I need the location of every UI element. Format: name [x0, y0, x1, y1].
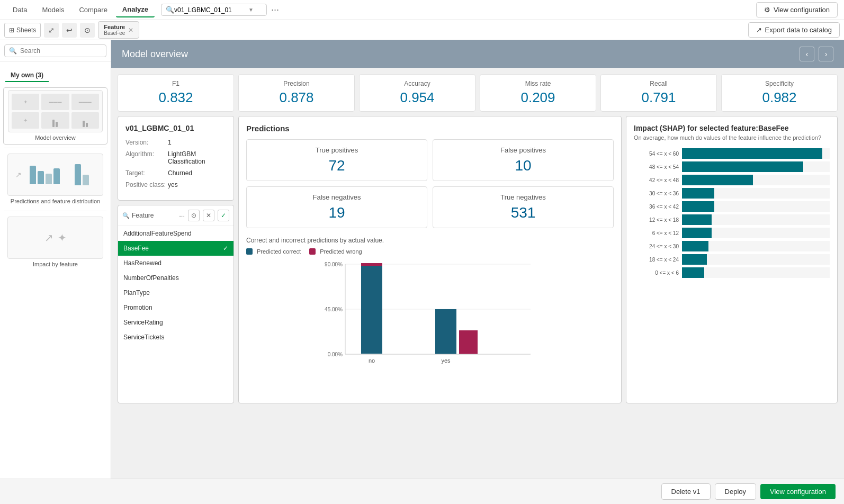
- shap-bar: [682, 161, 803, 172]
- stat-label: Specificity: [728, 80, 831, 87]
- more-options-icon[interactable]: ···: [271, 4, 279, 15]
- close-feature-btn[interactable]: ✕: [203, 210, 214, 221]
- sidebar-thumb-predictions: ↗: [7, 154, 103, 196]
- chart-subtitle: Correct and incorrect predictions by act…: [246, 237, 614, 244]
- sheets-button[interactable]: ⊞ Sheets: [4, 23, 41, 38]
- predictions-grid: True positives 72 False positives 10 Fal…: [246, 139, 614, 228]
- feature-selector-header: 🔍 Feature ··· ⊙ ✕ ✓: [118, 205, 234, 226]
- model-overview-title: Model overview: [122, 49, 188, 60]
- shap-bar: [682, 148, 822, 159]
- model-header: Model overview ‹ ›: [111, 40, 844, 68]
- next-arrow[interactable]: ›: [819, 47, 833, 61]
- model-info-key: Algorithm:: [125, 150, 168, 165]
- pred-value-tp: 72: [255, 157, 418, 174]
- model-info-card: v01_LGBMC_01_01 Version: 1 Algorithm: Li…: [118, 116, 234, 201]
- stat-label: Miss rate: [487, 80, 589, 87]
- shap-bar-container: [682, 214, 830, 225]
- sidebar: 🔍 My own (3) ✦ ▬▬▬ ▬▬▬ ✦: [0, 40, 111, 479]
- feature-item-plantype[interactable]: PlanType: [118, 285, 234, 300]
- more-options-text[interactable]: ···: [179, 212, 185, 220]
- nav-data[interactable]: Data: [6, 3, 33, 17]
- feature-list: AdditionalFeatureSpend BaseFee ✓ HasRene…: [118, 226, 234, 345]
- nav-analyze[interactable]: Analyze: [116, 2, 155, 17]
- shap-row: 18 <= x < 24: [634, 254, 830, 265]
- stat-precision: Precision 0.878: [238, 74, 355, 112]
- predictions-title: Predictions: [246, 124, 614, 133]
- view-config-button[interactable]: ⚙ View configuration: [756, 2, 838, 17]
- shap-bar-label: 6 <= x < 12: [634, 230, 679, 236]
- search-icon: 🔍: [166, 6, 174, 14]
- shap-bar: [682, 241, 708, 251]
- settings-button[interactable]: ⊙: [80, 23, 95, 38]
- stat-value: 0.832: [124, 89, 227, 106]
- pred-card-tp: True positives 72: [246, 139, 427, 181]
- shap-bar: [682, 188, 714, 199]
- feature-item-servicerating[interactable]: ServiceRating: [118, 315, 234, 330]
- stat-specificity: Specificity 0.982: [721, 74, 838, 112]
- top-nav-right: ⚙ View configuration: [756, 2, 838, 17]
- delete-button[interactable]: Delete v1: [661, 483, 711, 500]
- feature-empty-space: [118, 345, 234, 403]
- thumb-cell: [71, 112, 99, 129]
- grid-icon: ⊞: [9, 26, 14, 34]
- pred-card-tn: True negatives 531: [433, 186, 614, 228]
- shap-bar-container: [682, 228, 830, 238]
- nav-compare[interactable]: Compare: [73, 3, 113, 17]
- sidebar-divider: [4, 211, 106, 211]
- bar-yes-correct: [435, 309, 456, 354]
- sidebar-item-model-overview[interactable]: ✦ ▬▬▬ ▬▬▬ ✦ Model overview: [3, 87, 107, 145]
- legend-wrong: Predicted wrong: [309, 248, 362, 255]
- sidebar-item-predictions[interactable]: ↗ Predictions and feature distribution: [3, 151, 107, 208]
- feature-item-hasrenewed[interactable]: HasRenewed: [118, 256, 234, 271]
- pred-label-tp: True positives: [255, 146, 418, 154]
- svg-text:no: no: [369, 357, 375, 364]
- feature-item-additionalfeaturespend[interactable]: AdditionalFeatureSpend: [118, 226, 234, 241]
- view-config-green-button[interactable]: View configuration: [760, 484, 836, 499]
- fullscreen-button[interactable]: ⤢: [44, 23, 59, 38]
- svg-text:45.00%: 45.00%: [325, 307, 343, 312]
- close-tab-icon[interactable]: ✕: [128, 26, 133, 34]
- prev-arrow[interactable]: ‹: [800, 47, 814, 61]
- shap-row: 42 <= x < 48: [634, 175, 830, 185]
- nav-models[interactable]: Models: [35, 3, 70, 17]
- check-icon: ✓: [223, 245, 228, 252]
- model-info-row-algorithm: Algorithm: LightGBM Classification: [125, 150, 226, 165]
- export-button[interactable]: ↗ Export data to catalog: [748, 22, 840, 38]
- feature-item-promotion[interactable]: Promotion: [118, 300, 234, 315]
- confirm-feature-btn[interactable]: ✓: [218, 210, 229, 221]
- model-info-val: yes: [168, 181, 178, 188]
- pred-label-fp: False positives: [442, 146, 605, 154]
- feature-search[interactable]: 🔍 Feature: [122, 212, 176, 219]
- shap-bar: [682, 201, 714, 212]
- feature-item-basefee[interactable]: BaseFee ✓: [118, 241, 234, 256]
- thumb-icon: ✦: [58, 231, 67, 244]
- svg-text:0.00%: 0.00%: [328, 352, 343, 357]
- back-button[interactable]: ↩: [62, 23, 77, 38]
- shap-bar-label: 12 <= x < 18: [634, 217, 679, 223]
- sidebar-item-impact[interactable]: ↗ ✦ Impact by feature: [3, 214, 107, 271]
- feature-item-servicetickets[interactable]: ServiceTickets: [118, 330, 234, 345]
- deploy-button[interactable]: Deploy: [715, 483, 756, 500]
- sidebar-thumb-impact: ↗ ✦: [7, 217, 103, 259]
- shap-row: 6 <= x < 12: [634, 228, 830, 238]
- shap-bar: [682, 214, 712, 225]
- settings-icon-btn[interactable]: ⊙: [188, 210, 200, 221]
- shap-bar-label: 24 <= x < 30: [634, 244, 679, 249]
- model-info-val: LightGBM Classification: [168, 150, 226, 165]
- chart-legend: Predicted correct Predicted wrong: [246, 248, 614, 255]
- model-search[interactable]: 🔍 ▼: [161, 4, 267, 16]
- legend-correct: Predicted correct: [246, 248, 301, 255]
- model-info-title: v01_LGBMC_01_01: [125, 124, 226, 132]
- bar-no-correct: [361, 265, 382, 354]
- stat-value: 0.878: [245, 89, 348, 106]
- model-info-key: Positive class:: [125, 181, 168, 188]
- model-info-val: Churned: [168, 169, 192, 177]
- sidebar-search-input[interactable]: [20, 47, 102, 55]
- feature-tab[interactable]: Feature BaseFee ✕: [98, 21, 139, 39]
- shap-row: 36 <= x < 42: [634, 201, 830, 212]
- chevron-down-icon[interactable]: ▼: [248, 7, 254, 13]
- sidebar-item-label: Impact by feature: [7, 259, 103, 268]
- search-input[interactable]: [174, 6, 248, 14]
- feature-item-numberofpenalties[interactable]: NumberOfPenalties: [118, 271, 234, 285]
- stat-recall: Recall 0.791: [600, 74, 717, 112]
